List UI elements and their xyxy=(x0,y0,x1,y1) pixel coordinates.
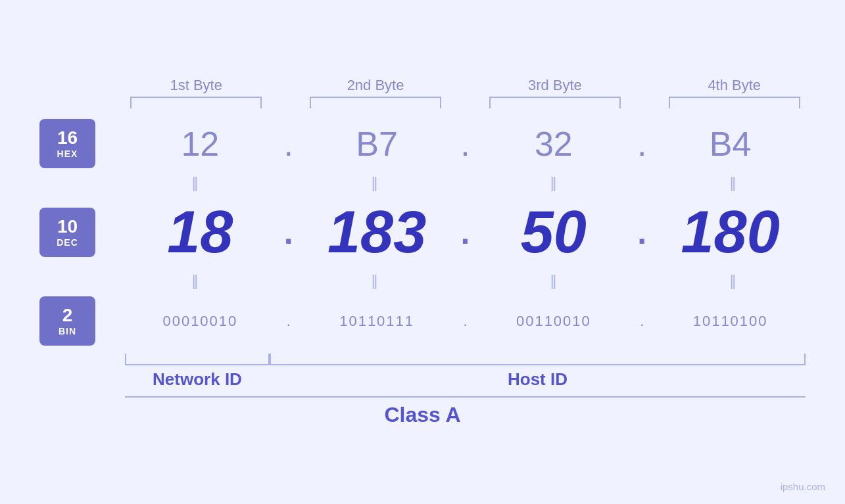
bin-badge: 2 BIN xyxy=(39,296,95,346)
host-id-label: Host ID xyxy=(508,369,567,390)
dec-val-2: 183 xyxy=(327,198,426,266)
dec-val-4: 180 xyxy=(681,198,780,266)
bin-dot-2: . xyxy=(456,313,475,330)
equals-1: ‖ xyxy=(130,175,262,192)
equals-4: ‖ xyxy=(669,175,800,192)
hex-dot-2: . xyxy=(456,124,475,164)
bin-badge-label: BIN xyxy=(59,326,76,336)
dec-badge-label: DEC xyxy=(57,237,78,248)
bracket-top-2 xyxy=(310,97,441,108)
equals-5: ‖ xyxy=(130,273,262,290)
bin-val-1: 00010010 xyxy=(162,313,237,330)
equals-3: ‖ xyxy=(489,175,621,192)
dec-values: 18 . 183 . 50 . 180 xyxy=(125,198,806,266)
dec-badge: 10 DEC xyxy=(39,208,95,257)
main-container: 1st Byte 2nd Byte 3rd Byte 4th Byte 16 H… xyxy=(0,0,845,504)
hex-row: 16 HEX 12 . B7 . 32 . B4 xyxy=(39,119,806,168)
class-label: Class A xyxy=(39,403,806,427)
bin-val-4: 10110100 xyxy=(693,313,768,330)
dec-dot-1: . xyxy=(279,216,299,249)
equals-6: ‖ xyxy=(310,273,441,290)
byte3-header: 3rd Byte xyxy=(489,77,621,94)
hex-dot-1: . xyxy=(279,124,299,164)
hex-val-2: B7 xyxy=(356,124,398,164)
network-bracket xyxy=(125,354,270,365)
equals-7: ‖ xyxy=(489,273,621,290)
equals-8: ‖ xyxy=(669,273,800,290)
class-bracket-line xyxy=(125,396,806,398)
dec-val-3: 50 xyxy=(521,198,587,266)
dec-dot-2: . xyxy=(456,216,475,249)
byte4-header: 4th Byte xyxy=(669,77,800,94)
bin-badge-num: 2 xyxy=(62,306,73,326)
host-bracket xyxy=(270,354,806,365)
hex-val-4: B4 xyxy=(710,124,752,164)
equals-row-2: ‖ ‖ ‖ ‖ xyxy=(39,273,806,290)
bracket-top-1 xyxy=(130,97,262,108)
byte-headers: 1st Byte 2nd Byte 3rd Byte 4th Byte xyxy=(39,77,806,94)
bracket-top-3 xyxy=(489,97,621,108)
class-section: Class A xyxy=(39,396,806,427)
bin-val-2: 10110111 xyxy=(339,313,414,330)
bottom-section: Network ID Host ID xyxy=(39,354,806,390)
host-id-section: Host ID xyxy=(270,354,806,390)
equals-2: ‖ xyxy=(310,175,441,192)
bin-dot-3: . xyxy=(632,313,652,330)
byte1-header: 1st Byte xyxy=(130,77,262,94)
equals-row-1: ‖ ‖ ‖ ‖ xyxy=(39,175,806,192)
bin-dot-1: . xyxy=(279,313,299,330)
network-id-label: Network ID xyxy=(153,369,242,390)
top-brackets xyxy=(39,97,806,108)
bin-row: 2 BIN 00010010 . 10110111 . 00110010 . 1… xyxy=(39,296,806,346)
bin-val-3: 00110010 xyxy=(516,313,591,330)
network-id-section: Network ID xyxy=(125,354,270,390)
hex-badge-label: HEX xyxy=(57,149,78,159)
hex-dot-3: . xyxy=(632,124,652,164)
dec-val-1: 18 xyxy=(167,198,233,266)
hex-badge: 16 HEX xyxy=(39,119,95,168)
dec-row: 10 DEC 18 . 183 . 50 . 180 xyxy=(39,198,806,266)
byte2-header: 2nd Byte xyxy=(310,77,441,94)
watermark: ipshu.com xyxy=(781,481,825,492)
bin-values: 00010010 . 10110111 . 00110010 . 1011010… xyxy=(125,313,806,330)
hex-badge-num: 16 xyxy=(57,128,78,149)
hex-val-1: 12 xyxy=(181,124,219,164)
dec-badge-num: 10 xyxy=(57,217,78,237)
hex-values: 12 . B7 . 32 . B4 xyxy=(125,124,806,164)
dec-dot-3: . xyxy=(632,216,652,249)
hex-val-3: 32 xyxy=(535,124,573,164)
bracket-top-4 xyxy=(669,97,800,108)
